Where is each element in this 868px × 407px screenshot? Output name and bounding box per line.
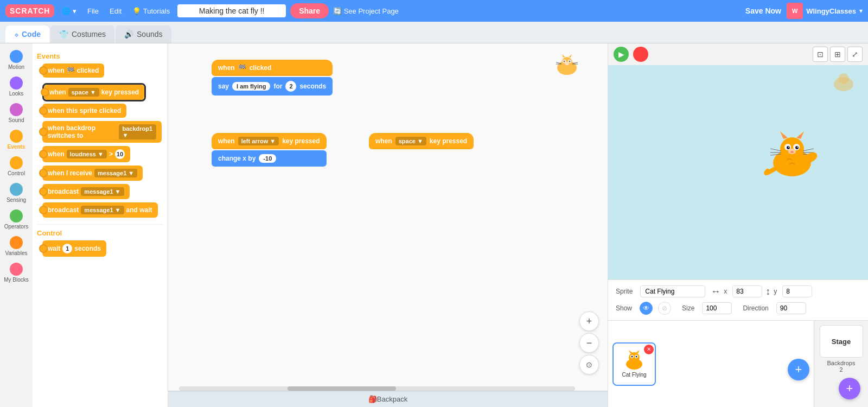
- block-when-key[interactable]: when space ▼ key pressed: [44, 85, 144, 100]
- sprite-x-input[interactable]: [732, 285, 762, 297]
- code-area[interactable]: when 🏁 clicked say I am flying for 2 sec…: [168, 43, 608, 407]
- user-avatar: W: [787, 3, 803, 19]
- stage-label-box[interactable]: Stage: [820, 325, 863, 358]
- backdrop-dropdown[interactable]: backdrop1 ▼: [119, 124, 156, 139]
- tab-code[interactable]: ⬦ Code: [5, 26, 49, 43]
- direction-label: Direction: [743, 304, 768, 312]
- stage-controls: ▶ ⊡ ⊞ ⤢: [608, 43, 868, 65]
- cb-when-flag-clicked[interactable]: when 🏁 clicked: [212, 60, 333, 76]
- category-control[interactable]: Control: [1, 154, 31, 179]
- tutorials-button[interactable]: 💡 Tutorials: [129, 5, 173, 17]
- sprite-delete-button[interactable]: ✕: [644, 345, 654, 354]
- user-area: W WlingyClasses ▾: [787, 3, 868, 19]
- save-now-button[interactable]: Save Now: [745, 7, 781, 15]
- stop-button[interactable]: [633, 47, 648, 62]
- svg-point-14: [838, 73, 849, 84]
- say-text-input[interactable]: I am flying: [232, 82, 270, 91]
- loudness-dropdown[interactable]: loudness ▼: [67, 150, 107, 158]
- broadcast-wait-dropdown[interactable]: message1 ▼: [81, 206, 124, 214]
- stage-area-small: Stage Backdrops2 +: [814, 321, 868, 407]
- code-group-1[interactable]: when 🏁 clicked say I am flying for 2 sec…: [212, 60, 333, 96]
- code-tab-icon: ⬦: [14, 30, 18, 39]
- stage-cat-small: [830, 71, 857, 94]
- wait-value[interactable]: 1: [62, 244, 72, 253]
- cb-when-left-arrow[interactable]: when left arrow ▼ key pressed: [212, 133, 327, 149]
- block-broadcast-wait[interactable]: broadcast message1 ▼ and wait: [42, 202, 158, 218]
- code-group-3[interactable]: when space ▼ key pressed: [369, 133, 474, 149]
- block-when-flag[interactable]: when 🏁 clicked: [42, 63, 104, 78]
- svg-point-43: [636, 356, 637, 358]
- backpack-bar[interactable]: 🎒 Backpack: [168, 391, 608, 407]
- cb-when-space-key[interactable]: when space ▼ key pressed: [369, 133, 474, 149]
- horizontal-scrollbar[interactable]: [179, 386, 575, 391]
- edit-menu-button[interactable]: Edit: [106, 5, 125, 17]
- block-when-backdrop[interactable]: when backdrop switches to backdrop1 ▼: [42, 121, 162, 143]
- sprite-direction-input[interactable]: [776, 302, 806, 314]
- add-sprite-button[interactable]: +: [788, 359, 809, 380]
- block-when-receive[interactable]: when I receive message1 ▼: [42, 166, 143, 181]
- code-area-cat-thumb: [553, 54, 580, 78]
- show-hidden-button[interactable]: ⊘: [658, 302, 671, 315]
- category-myblocks[interactable]: My Blocks: [1, 260, 31, 285]
- change-x-value[interactable]: -10: [259, 154, 276, 163]
- sprite-label: Sprite: [616, 288, 633, 295]
- cb-flag-icon: 🏁: [238, 64, 246, 72]
- project-title-input[interactable]: [177, 4, 286, 17]
- category-looks[interactable]: Looks: [1, 74, 31, 99]
- see-project-button[interactable]: 🔄 See Project Page: [333, 7, 399, 15]
- y-label: y: [774, 288, 777, 295]
- block-when-loudness[interactable]: when loudness ▼ > 10: [42, 146, 130, 162]
- key-dropdown[interactable]: space ▼: [68, 88, 99, 97]
- scrollbar-thumb[interactable]: [288, 386, 396, 391]
- space-key-dropdown[interactable]: space ▼: [395, 137, 426, 145]
- file-menu-button[interactable]: File: [84, 5, 102, 17]
- tab-sounds[interactable]: 🔊 Sounds: [116, 26, 171, 43]
- broadcast-dropdown[interactable]: message1 ▼: [81, 187, 124, 196]
- sprite-thumb-cat-flying[interactable]: ✕ Cat Flying: [612, 342, 656, 386]
- stage-canvas[interactable]: [608, 65, 868, 279]
- add-backdrop-button[interactable]: +: [839, 378, 860, 399]
- category-variables[interactable]: Variables: [1, 234, 31, 258]
- sounds-tab-label: Sounds: [137, 30, 162, 39]
- cb-change-x[interactable]: change x by -10: [212, 150, 327, 167]
- zoom-in-button[interactable]: +: [579, 311, 599, 331]
- myblocks-dot: [10, 263, 23, 276]
- receive-dropdown[interactable]: message1 ▼: [94, 169, 137, 177]
- svg-point-5: [569, 61, 571, 62]
- green-flag-button[interactable]: ▶: [614, 47, 629, 62]
- svg-line-32: [803, 149, 814, 151]
- block-when-sprite-clicked[interactable]: when this sprite clicked: [42, 104, 126, 118]
- share-button[interactable]: Share: [290, 3, 329, 18]
- x-label: x: [724, 288, 727, 295]
- block-broadcast[interactable]: broadcast message1 ▼: [42, 184, 130, 199]
- svg-point-24: [795, 146, 799, 149]
- block-wait[interactable]: wait 1 seconds: [42, 240, 106, 257]
- costumes-tab-label: Costumes: [72, 30, 106, 39]
- sprite-name-input[interactable]: [640, 285, 705, 297]
- sprite-size-input[interactable]: [702, 302, 732, 314]
- user-dropdown-icon[interactable]: ▾: [859, 7, 863, 15]
- zoom-out-button[interactable]: −: [579, 333, 599, 353]
- stage-small-view-button[interactable]: ⊡: [813, 47, 828, 62]
- tab-costumes[interactable]: 👕 Costumes: [50, 26, 114, 43]
- category-operators[interactable]: Operators: [1, 207, 31, 232]
- stage-fullscreen-button[interactable]: ⤢: [847, 47, 863, 62]
- stage-normal-view-button[interactable]: ⊞: [830, 47, 845, 62]
- cb-say-block[interactable]: say I am flying for 2 seconds: [212, 77, 333, 96]
- sprite-y-input[interactable]: [782, 285, 812, 297]
- zoom-reset-button[interactable]: ⊙: [579, 355, 599, 374]
- loudness-value[interactable]: 10: [115, 149, 125, 159]
- categories-panel: Motion Looks Sound Events Control Sensin…: [0, 43, 33, 407]
- say-duration-input[interactable]: 2: [285, 81, 296, 92]
- left-arrow-dropdown[interactable]: left arrow ▼: [238, 137, 279, 145]
- category-sound[interactable]: Sound: [1, 101, 31, 125]
- globe-button[interactable]: 🌐 ▾: [59, 5, 80, 17]
- show-visible-button[interactable]: 👁: [640, 302, 653, 315]
- category-sensing[interactable]: Sensing: [1, 181, 31, 205]
- sprite-info-row1: Sprite ↔ x ↕ y: [616, 285, 860, 297]
- category-motion[interactable]: Motion: [1, 48, 31, 72]
- section-divider: [37, 224, 163, 225]
- category-events[interactable]: Events: [1, 128, 31, 152]
- code-group-2[interactable]: when left arrow ▼ key pressed change x b…: [212, 133, 327, 167]
- scratch-logo[interactable]: SCRATCH: [5, 4, 54, 17]
